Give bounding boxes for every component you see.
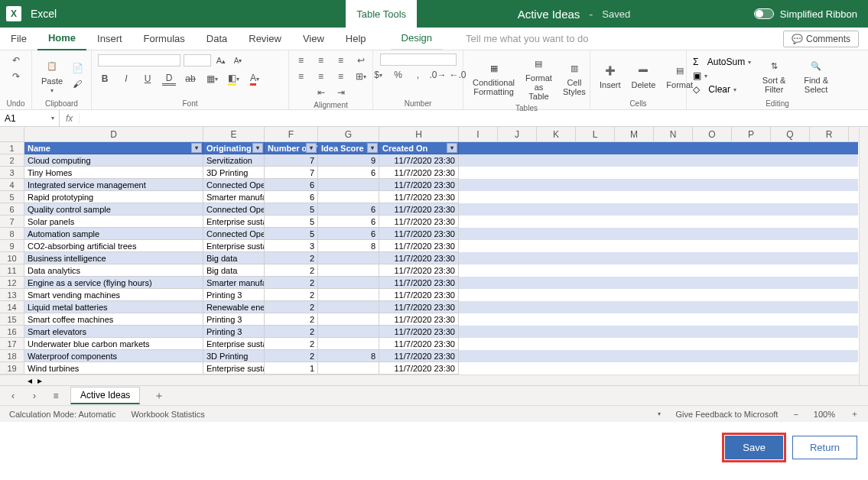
cell[interactable]: Smart elevators [24,326,203,338]
row-header[interactable]: 6 [0,203,24,216]
doc-title[interactable]: Active Ideas - Saved [394,8,754,21]
cell[interactable]: 2 [265,277,318,289]
increase-decimal-icon[interactable]: .0→ [431,68,445,82]
cell[interactable]: 8 [318,240,379,252]
cell[interactable] [318,301,379,313]
header-score[interactable]: Idea Score▾ [318,142,379,154]
cell[interactable]: 11/7/2020 23:30 [379,179,459,191]
tab-insert[interactable]: Insert [86,28,133,50]
cell[interactable] [318,338,379,350]
header-created[interactable]: Created On▾ [379,142,459,154]
add-sheet-button[interactable]: ＋ [148,389,171,403]
column-header-N[interactable]: N [654,127,693,141]
tab-home[interactable]: Home [37,28,86,50]
cell[interactable]: 11/7/2020 23:30 [379,277,459,289]
cell[interactable]: Smart coffee machines [24,313,203,326]
format-painter-icon[interactable]: 🖌 [70,77,84,91]
cell[interactable]: 6 [318,167,379,179]
column-header-H[interactable]: H [379,127,459,141]
comma-icon[interactable]: , [411,68,425,82]
cell[interactable]: Enterprise susta [203,240,265,252]
autosum-button[interactable]: Σ AutoSum▾ [693,57,751,67]
cell[interactable]: Cloud computing [24,154,203,167]
zoom-in-button[interactable]: ＋ [850,408,859,420]
cell[interactable]: Enterprise susta [203,216,265,228]
column-header-I[interactable]: I [459,127,498,141]
cell[interactable]: 11/7/2020 23:30 [379,228,459,240]
table-row[interactable]: Engine as a service (flying hours)Smarte… [24,277,858,289]
cell[interactable]: 3 [265,240,318,252]
cell[interactable]: Enterprise susta [203,362,265,375]
cell[interactable]: Business intelligence [24,252,203,264]
table-row[interactable]: Underwater blue carbon marketsEnterprise… [24,338,858,350]
cell[interactable]: Printing 3 [203,326,265,338]
sheet-next-icon[interactable]: › [28,389,41,403]
cell[interactable]: 11/7/2020 23:30 [379,203,459,216]
table-row[interactable]: Automation sampleConnected Oper5611/7/20… [24,228,858,240]
cell[interactable]: 2 [265,338,318,350]
cell[interactable]: 9 [318,154,379,167]
row-header[interactable]: 12 [0,277,24,289]
double-underline-button[interactable]: D [162,72,176,86]
cell[interactable]: 2 [265,350,318,362]
cell[interactable]: 11/7/2020 23:30 [379,240,459,252]
cell[interactable]: Renewable ener [203,301,265,313]
cell[interactable]: Printing 3 [203,313,265,326]
table-row[interactable]: Wind turbinesEnterprise susta111/7/2020 … [24,362,858,375]
cell[interactable]: Data analytics [24,264,203,277]
column-header-K[interactable]: K [537,127,576,141]
row-header[interactable]: 14 [0,301,24,313]
tab-file[interactable]: File [0,28,37,50]
cell[interactable]: Engine as a service (flying hours) [24,277,203,289]
strike-button[interactable]: ab [184,72,197,86]
column-header-E[interactable]: E [203,127,265,141]
number-format-picker[interactable] [380,54,457,66]
column-header-P[interactable]: P [732,127,771,141]
row-header[interactable]: 18 [0,350,24,362]
row-header[interactable]: 10 [0,252,24,264]
cell[interactable] [318,277,379,289]
table-row[interactable]: Integrated service managementConnected O… [24,179,858,191]
cell[interactable]: Big data [203,264,265,277]
cell[interactable]: Smarter manufa [203,277,265,289]
cell[interactable]: Liquid metal batteries [24,301,203,313]
column-header-J[interactable]: J [498,127,537,141]
row-header[interactable]: 19 [0,362,24,375]
fill-color-button[interactable]: ◧▾ [226,72,240,86]
align-center-icon[interactable]: ≡ [314,70,328,83]
filter-button[interactable]: ▾ [367,143,378,153]
font-size-picker[interactable] [184,54,211,66]
row-header[interactable]: 15 [0,313,24,326]
column-header-Q[interactable]: Q [771,127,810,141]
paste-button[interactable]: 📋 Paste ▾ [38,57,66,96]
return-button[interactable]: Return [792,436,857,459]
table-row[interactable]: Liquid metal batteriesRenewable ener211/… [24,301,858,313]
cell[interactable]: 11/7/2020 23:30 [379,326,459,338]
cell[interactable]: 3D Printing [203,167,265,179]
table-row[interactable]: Tiny Homes3D Printing7611/7/2020 23:30 [24,167,858,179]
cell[interactable]: Wind turbines [24,362,203,375]
cell[interactable]: 1 [265,362,318,375]
give-feedback[interactable]: Give Feedback to Microsoft [676,410,779,419]
column-header-D[interactable]: D [24,127,203,141]
bold-button[interactable]: B [98,72,112,86]
row-header[interactable]: 1 [0,142,24,154]
cell[interactable]: Enterprise susta [203,338,265,350]
cell[interactable]: 2 [265,326,318,338]
cell[interactable]: 8 [318,350,379,362]
calc-mode[interactable]: Calculation Mode: Automatic [9,410,115,419]
cell[interactable]: 11/7/2020 23:30 [379,313,459,326]
comments-button[interactable]: 💬 Comments [783,31,859,47]
header-votes[interactable]: Number of V▾ [265,142,318,154]
cell[interactable] [318,326,379,338]
row-header[interactable]: 3 [0,167,24,179]
cell[interactable]: 3D Printing [203,350,265,362]
cell[interactable]: 6 [318,216,379,228]
cell[interactable]: Connected Oper [203,203,265,216]
sheet-list-icon[interactable]: ≡ [49,389,63,403]
cell[interactable]: 5 [265,228,318,240]
save-button[interactable]: Save [725,436,783,459]
cell[interactable]: 5 [265,216,318,228]
cell[interactable]: Connected Oper [203,179,265,191]
border-button[interactable]: ▦▾ [205,72,219,86]
